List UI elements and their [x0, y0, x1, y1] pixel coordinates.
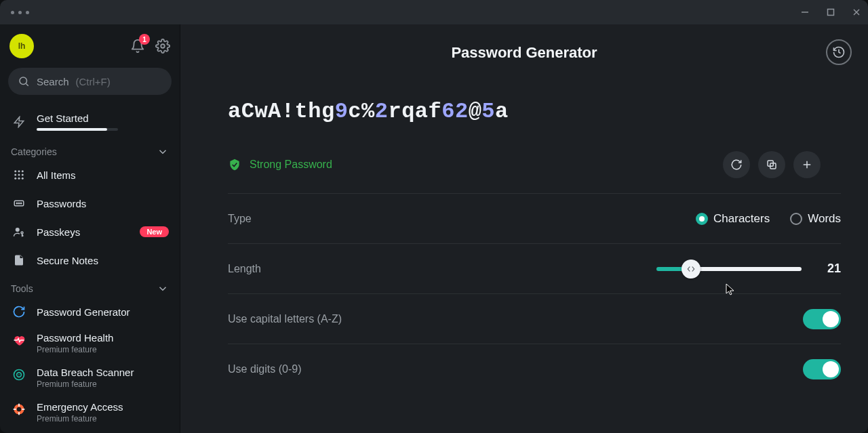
titlebar-menu-dots[interactable]	[7, 11, 29, 14]
svg-point-27	[17, 407, 22, 412]
new-badge: New	[140, 226, 169, 237]
sidebar-item-emergency-access[interactable]: Emergency Access Premium feature	[0, 395, 180, 430]
history-icon	[832, 45, 846, 59]
length-value: 21	[821, 262, 841, 276]
main-content: Password Generator aCwA!thg9c%2rqaf62@5a…	[180, 24, 868, 433]
svg-rect-29	[18, 412, 20, 415]
categories-header-label: Categories	[11, 146, 57, 157]
capitals-toggle[interactable]	[803, 309, 841, 329]
generated-password[interactable]: aCwA!thg9c%2rqaf62@5a	[228, 99, 821, 124]
notifications-button[interactable]: 1	[130, 38, 146, 54]
radio-label: Characters	[713, 212, 770, 226]
search-shortcut: (Ctrl+F)	[76, 76, 111, 87]
maximize-button[interactable]	[826, 7, 835, 17]
password-icon	[11, 195, 27, 211]
svg-point-4	[161, 44, 165, 48]
slider-thumb[interactable]	[682, 260, 701, 279]
sidebar-item-passkeys[interactable]: Passkeys New	[0, 218, 180, 246]
search-label: Search	[37, 76, 69, 87]
search-icon	[18, 75, 30, 87]
chevron-down-icon	[157, 283, 169, 295]
digits-label: Use digits (0-9)	[228, 363, 301, 375]
sidebar-item-password-generator[interactable]: Password Generator	[0, 297, 180, 326]
sidebar-item-data-breach[interactable]: Data Breach Scanner Premium feature	[0, 360, 180, 395]
get-started-label: Get Started	[37, 112, 118, 124]
radio-label: Words	[808, 212, 841, 226]
strength-label: Strong Password	[250, 159, 332, 171]
svg-point-9	[18, 170, 20, 172]
shield-check-icon	[228, 158, 241, 171]
page-title: Password Generator	[451, 44, 597, 62]
svg-point-16	[22, 178, 24, 180]
slider-grip-icon	[686, 264, 696, 274]
sidebar-item-passwords[interactable]: Passwords	[0, 189, 180, 218]
svg-line-6	[26, 83, 28, 85]
sidebar-item-secure-notes[interactable]: Secure Notes	[0, 246, 180, 274]
passkey-icon	[11, 224, 27, 240]
sidebar-item-label: Passwords	[37, 198, 86, 209]
premium-sub: Premium feature	[37, 345, 113, 354]
health-icon	[11, 332, 27, 348]
svg-rect-30	[14, 409, 16, 410]
window-controls	[800, 7, 861, 17]
chevron-down-icon	[157, 146, 169, 158]
svg-point-10	[22, 170, 24, 172]
avatar[interactable]: lh	[9, 34, 34, 58]
svg-point-12	[18, 174, 20, 176]
setting-capitals: Use capital letters (A-Z)	[228, 293, 841, 344]
type-label: Type	[228, 213, 252, 225]
sidebar-item-label: All Items	[37, 169, 76, 181]
categories-header[interactable]: Categories	[0, 138, 180, 161]
capitals-label: Use capital letters (A-Z)	[228, 313, 342, 325]
svg-point-22	[21, 232, 23, 234]
refresh-icon	[730, 159, 743, 171]
lifebuoy-icon	[11, 401, 27, 417]
sidebar-item-all-items[interactable]: All Items	[0, 161, 180, 189]
svg-point-18	[16, 203, 18, 204]
length-slider[interactable]	[656, 267, 802, 271]
setting-digits: Use digits (0-9)	[228, 344, 841, 394]
setting-type: Type Characters Words	[228, 193, 841, 243]
notifications-badge: 1	[139, 34, 150, 45]
svg-marker-7	[14, 117, 24, 127]
svg-rect-31	[22, 409, 24, 410]
sidebar-item-label: Password Generator	[37, 306, 130, 318]
copy-icon	[766, 159, 778, 171]
type-radio-characters[interactable]: Characters	[696, 212, 770, 226]
premium-sub: Premium feature	[37, 379, 134, 389]
length-label: Length	[228, 263, 261, 275]
sidebar-get-started[interactable]: Get Started	[0, 106, 180, 138]
svg-point-11	[14, 174, 16, 176]
tools-header[interactable]: Tools	[0, 274, 180, 297]
type-radio-words[interactable]: Words	[790, 212, 841, 226]
history-button[interactable]	[826, 39, 852, 65]
digits-toggle[interactable]	[803, 359, 841, 379]
note-icon	[11, 252, 27, 268]
sidebar-item-label: Passkeys	[37, 226, 80, 238]
sidebar-item-label: Data Breach Scanner	[37, 367, 134, 378]
svg-rect-1	[828, 9, 834, 16]
sidebar-item-password-health[interactable]: Password Health Premium feature	[0, 326, 180, 360]
generator-icon	[11, 304, 27, 320]
add-button[interactable]	[793, 151, 821, 178]
copy-button[interactable]	[758, 151, 785, 178]
scanner-icon	[11, 367, 27, 383]
close-button[interactable]	[852, 7, 861, 17]
sidebar: lh 1 Search (Ctrl+F) Get Started	[0, 24, 180, 433]
svg-point-8	[14, 170, 16, 172]
search-input[interactable]: Search (Ctrl+F)	[8, 68, 172, 95]
regenerate-button[interactable]	[723, 151, 750, 178]
minimize-button[interactable]	[800, 7, 810, 17]
svg-rect-28	[18, 404, 20, 407]
sidebar-item-label: Password Health	[37, 332, 113, 344]
svg-point-20	[20, 203, 22, 204]
svg-point-14	[14, 178, 16, 180]
plus-icon	[801, 159, 813, 171]
sidebar-item-label: Secure Notes	[37, 255, 98, 266]
svg-point-21	[16, 228, 20, 232]
premium-sub: Premium feature	[37, 414, 123, 424]
svg-point-13	[22, 174, 24, 176]
svg-point-25	[18, 374, 20, 375]
sidebar-item-label: Emergency Access	[37, 401, 123, 413]
settings-icon[interactable]	[155, 39, 170, 54]
